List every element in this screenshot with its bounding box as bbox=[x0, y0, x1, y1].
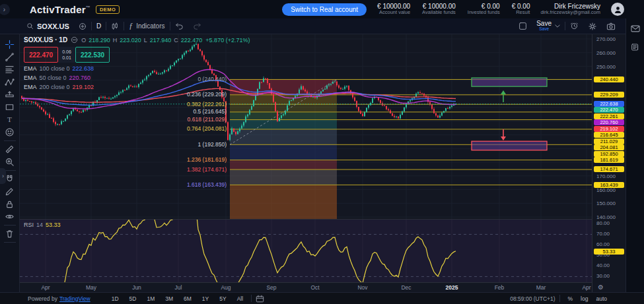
switch-to-real-button[interactable]: Switch to Real account bbox=[282, 3, 367, 16]
indicators-button[interactable]: ƒ Indicators bbox=[124, 18, 169, 34]
tool-text[interactable]: T bbox=[3, 113, 17, 126]
axis-settings-gear-icon[interactable]: ⚙ bbox=[598, 284, 604, 291]
price-badge: 204.081 bbox=[594, 144, 624, 150]
tool-long-position[interactable] bbox=[3, 88, 17, 101]
month-label: May bbox=[81, 284, 101, 291]
price-pane[interactable]: 0 (240.440)0.236 (229.209)0.382 (222.261… bbox=[20, 34, 592, 219]
fx-icon: ƒ bbox=[129, 21, 133, 31]
tool-xabcd-pattern[interactable] bbox=[3, 76, 17, 88]
indicator-row[interactable]: EMA50 close 0220.760 bbox=[24, 75, 250, 81]
scale-mode-auto[interactable]: auto bbox=[592, 295, 611, 303]
timeframe-button[interactable]: D bbox=[92, 18, 106, 34]
tool-lock-all[interactable] bbox=[3, 198, 17, 210]
undo-button[interactable] bbox=[170, 18, 188, 34]
alert-button[interactable] bbox=[565, 22, 583, 30]
stat-label: Result bbox=[512, 10, 530, 15]
indicator-legend: EMA100 close 0222.638EMA50 close 0220.76… bbox=[24, 65, 250, 90]
price-tick: 270.000 bbox=[596, 36, 616, 42]
price-badge: 222.638 bbox=[594, 101, 624, 107]
ohlc-value: 223.020 bbox=[120, 37, 141, 44]
range-all[interactable]: All bbox=[233, 295, 247, 303]
messages-button[interactable] bbox=[631, 25, 640, 32]
expand-menu-icon[interactable]: › bbox=[0, 4, 10, 15]
range-1d[interactable]: 1D bbox=[108, 295, 123, 303]
snapshot-button[interactable] bbox=[602, 22, 620, 30]
right-sidebar bbox=[626, 18, 644, 292]
tool-rectangle[interactable] bbox=[3, 101, 17, 113]
watchlist-expand-icon[interactable]: › bbox=[0, 168, 6, 184]
settings-button[interactable] bbox=[583, 22, 602, 31]
tool-fib-retracement[interactable] bbox=[3, 63, 17, 76]
svg-text:0.618 (211.029): 0.618 (211.029) bbox=[188, 116, 227, 123]
rsi-chart[interactable] bbox=[20, 220, 592, 282]
clock[interactable]: 08:59:00 (UTC+1) bbox=[510, 295, 555, 302]
chart-area[interactable]: 0 (240.440)0.236 (229.209)0.382 (222.261… bbox=[20, 34, 592, 292]
month-label: Oct bbox=[305, 284, 325, 291]
tool-drawing-mode[interactable] bbox=[3, 185, 17, 198]
tradingview-link[interactable]: TradingView bbox=[59, 295, 90, 302]
indicator-value: 220.760 bbox=[69, 75, 91, 81]
month-label: Jun bbox=[127, 284, 147, 291]
range-5y[interactable]: 5Y bbox=[215, 295, 230, 303]
svg-text:1 (192.850): 1 (192.850) bbox=[198, 141, 227, 148]
svg-text:1.382 (174.671): 1.382 (174.671) bbox=[187, 166, 227, 173]
account-stat: € 10000.00Available funds bbox=[422, 3, 456, 15]
tool-hide-all[interactable] bbox=[3, 210, 17, 223]
compare-add-button[interactable] bbox=[74, 18, 91, 34]
search-icon bbox=[26, 22, 34, 30]
account-stat: € 10000.00Account value bbox=[377, 3, 410, 15]
indicator-params: 100 close 0 bbox=[40, 65, 70, 72]
indicator-row[interactable]: EMA100 close 0222.638 bbox=[24, 65, 250, 72]
layout-button[interactable] bbox=[514, 22, 532, 30]
range-1m[interactable]: 1M bbox=[143, 295, 159, 303]
go-to-date-button[interactable] bbox=[256, 295, 264, 303]
ohlc-value: 222.470 bbox=[181, 37, 203, 44]
emoji-icon bbox=[5, 127, 15, 137]
avatar[interactable] bbox=[611, 3, 624, 16]
scale-mode-%[interactable]: % bbox=[564, 295, 577, 303]
indicator-value: 222.638 bbox=[73, 65, 94, 72]
price-badge: 240.440 bbox=[594, 76, 624, 82]
bid-price[interactable]: 222.470 bbox=[24, 47, 58, 63]
indicator-row[interactable]: EMA200 close 0219.102 bbox=[24, 84, 250, 90]
range-6m[interactable]: 6M bbox=[180, 295, 196, 303]
ohlc-key: C bbox=[174, 37, 178, 44]
price-badge: 219.102 bbox=[594, 126, 624, 132]
rsi-pane[interactable]: RSI 14 53.33 bbox=[20, 219, 592, 282]
redo-button[interactable] bbox=[188, 18, 206, 34]
price-badge: 220.760 bbox=[594, 119, 624, 125]
month-label: Apr bbox=[36, 284, 55, 291]
legend-symbol[interactable]: SOXX.US · 1D bbox=[24, 36, 67, 44]
tool-ruler[interactable] bbox=[3, 143, 17, 156]
lock-all-icon bbox=[5, 199, 15, 209]
price-axis[interactable]: ⚙ 270.000260.000250.000190.000170.000160… bbox=[592, 34, 625, 292]
tool-crosshair[interactable] bbox=[3, 38, 17, 51]
tool-emoji[interactable] bbox=[3, 126, 17, 138]
time-axis[interactable]: AprMayJunJulAugSepOctNovDec2025FebMarApr bbox=[20, 282, 592, 292]
chart-style-button[interactable] bbox=[106, 18, 124, 34]
news-button[interactable] bbox=[631, 43, 639, 51]
quote-panel[interactable]: 222.470 0.060.01 222.530 bbox=[24, 47, 250, 63]
symbol-search[interactable]: SOXX.US bbox=[22, 18, 74, 34]
change-value: +5.870 (+2.71%) bbox=[205, 37, 250, 44]
price-badge: 229.209 bbox=[594, 92, 624, 98]
ohlc-value: 217.940 bbox=[150, 37, 172, 44]
tool-remove-all[interactable] bbox=[3, 228, 17, 240]
price-tick: 260.000 bbox=[596, 50, 616, 56]
magnet-icon bbox=[5, 174, 15, 184]
ohlc-value: 218.290 bbox=[89, 37, 110, 44]
scale-mode-log[interactable]: log bbox=[577, 295, 592, 303]
range-1y[interactable]: 1Y bbox=[198, 295, 213, 303]
save-layout-button[interactable]: SaveSave bbox=[532, 20, 565, 32]
plus-circle-icon bbox=[79, 22, 87, 30]
tool-trend-line[interactable] bbox=[3, 51, 17, 63]
collapse-legend-icon[interactable] bbox=[71, 36, 78, 44]
range-5d[interactable]: 5D bbox=[125, 295, 141, 303]
range-3m[interactable]: 3M bbox=[161, 295, 177, 303]
text-icon: T bbox=[5, 115, 15, 125]
month-label: Jul bbox=[168, 284, 188, 291]
person-icon bbox=[614, 5, 622, 14]
tool-zoom-in[interactable] bbox=[3, 156, 17, 168]
toolbar-divider bbox=[4, 140, 16, 141]
ask-price[interactable]: 222.530 bbox=[75, 47, 110, 63]
